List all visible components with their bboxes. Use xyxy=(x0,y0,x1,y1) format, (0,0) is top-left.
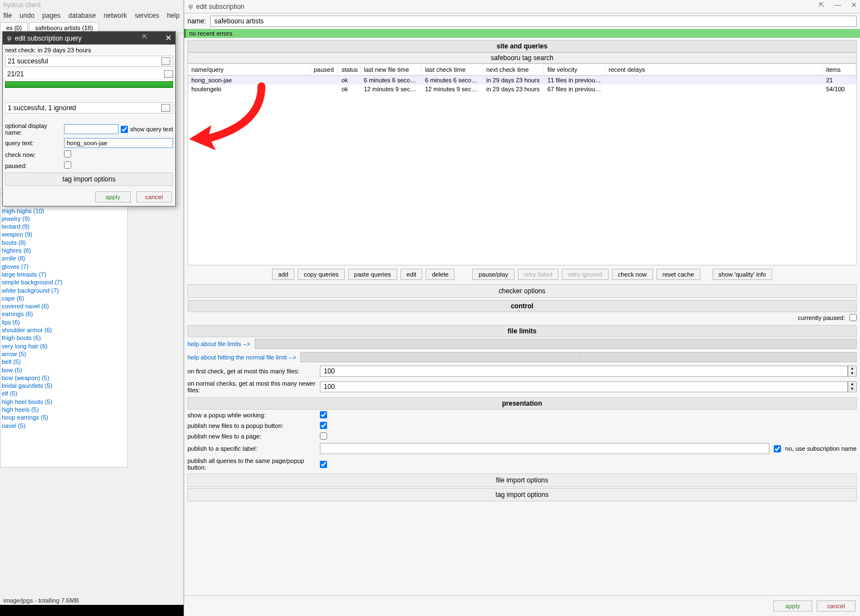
tag-import-options-button[interactable]: tag import options xyxy=(187,488,857,501)
name-input[interactable] xyxy=(210,16,857,27)
menu-database[interactable]: database xyxy=(68,12,96,19)
tag-link[interactable]: highres (8) xyxy=(2,247,126,254)
calendar-icon[interactable] xyxy=(161,104,170,112)
speclabel-input[interactable] xyxy=(320,443,769,454)
menu-help[interactable]: help xyxy=(167,12,180,19)
check-now-checkbox[interactable] xyxy=(64,150,71,157)
currently-paused-checkbox[interactable] xyxy=(849,314,857,321)
pin-icon[interactable]: ⇱ xyxy=(142,33,147,41)
tag-link[interactable]: bridal gauntlets (5) xyxy=(2,382,126,390)
paused-checkbox[interactable] xyxy=(64,161,71,169)
first-spinner[interactable]: ▲▼ xyxy=(848,366,857,377)
col-lastnew[interactable]: last new file time xyxy=(360,64,422,75)
tag-link[interactable]: lips (6) xyxy=(2,318,126,326)
menu-network[interactable]: network xyxy=(103,12,127,19)
popup-checkbox[interactable] xyxy=(320,411,327,418)
col-velocity[interactable]: file velocity xyxy=(544,64,605,75)
tag-link[interactable]: simple background (7) xyxy=(2,278,126,286)
table-row[interactable]: hong_soon-jaeok6 minutes 6 seconds ...6 … xyxy=(188,76,856,85)
tag-link[interactable]: smile (8) xyxy=(2,254,126,262)
tag-link[interactable]: high heels (5) xyxy=(2,406,126,413)
col-delays[interactable]: recent delays xyxy=(605,64,823,75)
query-dialog-title: edit subscription query xyxy=(15,35,82,42)
tag-link[interactable]: covered navel (6) xyxy=(2,302,126,310)
menu-file[interactable]: file xyxy=(3,12,12,19)
pin-icon[interactable]: ⇱ xyxy=(819,1,824,9)
tag-link[interactable]: thigh-highs (10) xyxy=(2,207,126,215)
col-nextcheck[interactable]: next check time xyxy=(483,64,544,75)
checker-options-button[interactable]: checker options xyxy=(187,284,857,298)
first-check-input[interactable] xyxy=(320,366,848,377)
tag-link[interactable]: cape (6) xyxy=(2,294,126,302)
menu-pages[interactable]: pages xyxy=(42,12,61,19)
tag-link[interactable]: thigh boots (6) xyxy=(2,334,126,342)
tag-link[interactable]: hoop earrings (5) xyxy=(2,413,126,421)
tag-link[interactable]: white background (7) xyxy=(2,287,126,294)
puball-checkbox[interactable] xyxy=(320,461,327,468)
calendar-icon[interactable] xyxy=(164,70,173,78)
table-row[interactable]: houtengekiok12 minutes 9 second...12 min… xyxy=(188,85,856,93)
retry-failed-button[interactable]: retry failed xyxy=(518,269,558,280)
use-subname-checkbox[interactable] xyxy=(774,445,781,452)
query-apply-button[interactable]: apply xyxy=(95,191,131,203)
calendar-icon[interactable] xyxy=(161,57,170,65)
tag-link[interactable]: high heel boots (5) xyxy=(2,398,126,406)
reset-cache-button[interactable]: reset cache xyxy=(656,269,700,280)
tag-link[interactable]: arrow (5) xyxy=(2,350,126,358)
menu-services[interactable]: services xyxy=(135,12,159,19)
edit-button[interactable]: edit xyxy=(401,269,423,280)
quality-info-button[interactable]: show 'quality' info xyxy=(713,269,773,280)
close-icon[interactable]: ✕ xyxy=(851,1,857,9)
use-subname-label: no, use subscription name xyxy=(785,445,857,452)
query-cancel-button[interactable]: cancel xyxy=(136,191,172,203)
app-icon: ψ xyxy=(189,2,193,11)
help-normal-limit-link[interactable]: help about hitting the normal file limit… xyxy=(187,354,296,361)
query-tag-import-button[interactable]: tag import options xyxy=(5,173,173,186)
close-icon[interactable]: ✕ xyxy=(165,33,172,42)
pubpopup-checkbox[interactable] xyxy=(320,422,327,429)
col-status[interactable]: status xyxy=(338,64,360,75)
add-button[interactable]: add xyxy=(272,269,294,280)
minimize-icon[interactable]: — xyxy=(834,1,841,9)
col-lastcheck[interactable]: last check time xyxy=(422,64,483,75)
file-import-options-button[interactable]: file import options xyxy=(187,474,857,487)
help-file-limits-link[interactable]: help about file limits --> xyxy=(187,341,250,347)
menu-undo[interactable]: undo xyxy=(19,12,34,19)
col-items[interactable]: items xyxy=(823,64,856,75)
tag-link[interactable]: earrings (6) xyxy=(2,310,126,318)
tag-link[interactable]: boots (8) xyxy=(2,239,126,247)
copy-queries-button[interactable]: copy queries xyxy=(298,269,344,280)
query-text-input[interactable] xyxy=(64,138,173,148)
pause-play-button[interactable]: pause/play xyxy=(472,269,514,280)
tag-link[interactable]: leotard (9) xyxy=(2,223,126,230)
normal-spinner[interactable]: ▲▼ xyxy=(848,381,857,392)
pubpage-checkbox[interactable] xyxy=(320,432,327,440)
normal-check-input[interactable] xyxy=(320,381,848,392)
tag-link[interactable]: bow (5) xyxy=(2,366,126,374)
col-paused[interactable]: paused xyxy=(310,64,338,75)
check-now-button[interactable]: check now xyxy=(612,269,653,280)
tag-link[interactable]: elf (5) xyxy=(2,390,126,397)
paste-queries-button[interactable]: paste queries xyxy=(348,269,397,280)
show-query-checkbox[interactable] xyxy=(121,126,128,133)
cell-status: ok xyxy=(338,76,360,85)
sub-apply-button[interactable]: apply xyxy=(773,600,812,612)
col-name[interactable]: name/query xyxy=(188,64,310,75)
sub-cancel-button[interactable]: cancel xyxy=(817,600,856,612)
tag-link[interactable]: large breasts (7) xyxy=(2,270,126,278)
cell-paused xyxy=(310,85,338,93)
tag-link[interactable]: bow (weapon) (5) xyxy=(2,374,126,382)
help-bar-2: ❔ xyxy=(300,352,857,362)
tag-link[interactable]: weapon (9) xyxy=(2,230,126,238)
file-limits-header: file limits xyxy=(187,325,857,337)
retry-ignored-button[interactable]: retry ignored xyxy=(562,269,609,280)
tag-link[interactable]: shoulder armor (6) xyxy=(2,326,126,334)
tag-link[interactable]: very long hair (6) xyxy=(2,342,126,350)
delete-button[interactable]: delete xyxy=(426,269,454,280)
query-dialog-titlebar[interactable]: ψ edit subscription query ⇱ ✕ xyxy=(3,32,175,45)
tag-link[interactable]: gloves (7) xyxy=(2,263,126,270)
tag-link[interactable]: belt (5) xyxy=(2,358,126,366)
tag-link[interactable]: jewelry (9) xyxy=(2,215,126,223)
tag-link[interactable]: navel (5) xyxy=(2,422,126,430)
display-name-input[interactable] xyxy=(64,124,118,134)
